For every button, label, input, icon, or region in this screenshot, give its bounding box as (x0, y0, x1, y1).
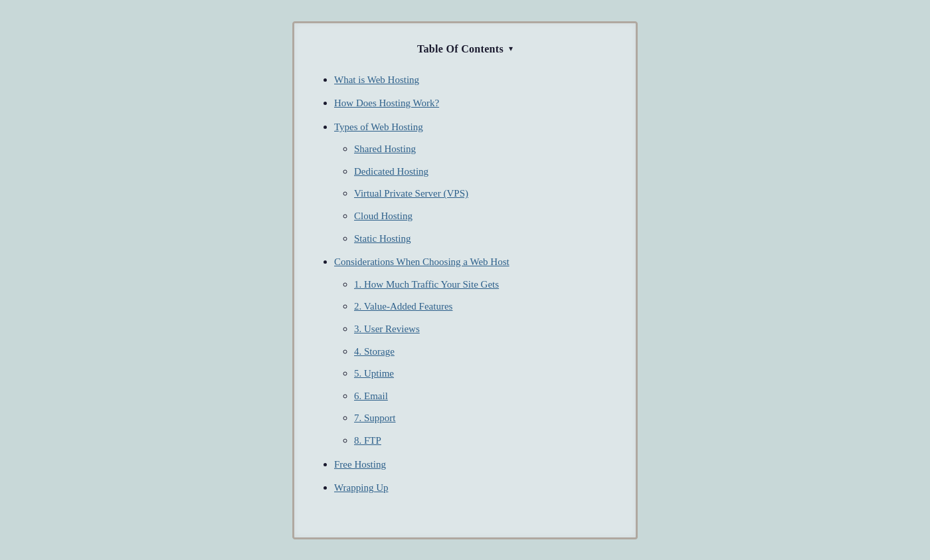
list-item: 1. How Much Traffic Your Site Gets (354, 276, 609, 293)
toc-sublist-types: Shared Hosting Dedicated Hosting Virtual… (334, 140, 609, 246)
list-item: What is Web Hosting (334, 71, 609, 88)
toc-title: Table Of Contents (417, 43, 504, 55)
toc-header: Table Of Contents ▾ (321, 43, 609, 55)
list-item: Virtual Private Server (VPS) (354, 185, 609, 202)
list-item: Cloud Hosting (354, 207, 609, 225)
toc-link-static-hosting[interactable]: Static Hosting (354, 233, 411, 244)
toc-link-wrapping-up[interactable]: Wrapping Up (334, 482, 388, 493)
toc-sublist-considerations: 1. How Much Traffic Your Site Gets 2. Va… (334, 276, 609, 449)
toc-link-vps-hosting[interactable]: Virtual Private Server (VPS) (354, 188, 468, 199)
list-item: 8. FTP (354, 432, 609, 449)
list-item: Types of Web Hosting Shared Hosting Dedi… (334, 118, 609, 247)
toc-link-considerations[interactable]: Considerations When Choosing a Web Host (334, 256, 510, 267)
list-item: 4. Storage (354, 343, 609, 360)
toc-link-uptime[interactable]: 5. Uptime (354, 368, 394, 379)
toc-link-dedicated-hosting[interactable]: Dedicated Hosting (354, 166, 428, 177)
list-item: 5. Uptime (354, 365, 609, 382)
list-item: 3. User Reviews (354, 320, 609, 337)
toc-link-traffic[interactable]: 1. How Much Traffic Your Site Gets (354, 279, 499, 290)
toc-link-types-of-web-hosting[interactable]: Types of Web Hosting (334, 122, 423, 132)
toc-main-list: What is Web Hosting How Does Hosting Wor… (321, 71, 609, 496)
list-item: 2. Value-Added Features (354, 298, 609, 315)
toc-link-free-hosting[interactable]: Free Hosting (334, 459, 386, 470)
list-item: How Does Hosting Work? (334, 94, 609, 112)
list-item: Free Hosting (334, 456, 609, 473)
toc-link-cloud-hosting[interactable]: Cloud Hosting (354, 211, 413, 221)
list-item: Considerations When Choosing a Web Host … (334, 253, 609, 448)
table-of-contents: Table Of Contents ▾ What is Web Hosting … (292, 21, 638, 539)
toc-link-storage[interactable]: 4. Storage (354, 346, 395, 357)
toc-link-email[interactable]: 6. Email (354, 391, 388, 401)
toc-link-support[interactable]: 7. Support (354, 413, 396, 423)
toc-link-shared-hosting[interactable]: Shared Hosting (354, 143, 416, 154)
list-item: 7. Support (354, 409, 609, 426)
toc-link-user-reviews[interactable]: 3. User Reviews (354, 324, 420, 334)
toc-link-what-is-web-hosting[interactable]: What is Web Hosting (334, 74, 419, 85)
list-item: 6. Email (354, 387, 609, 405)
list-item: Wrapping Up (334, 479, 609, 496)
toc-link-value-added[interactable]: 2. Value-Added Features (354, 301, 452, 312)
toc-link-how-does-hosting-work[interactable]: How Does Hosting Work? (334, 98, 439, 108)
toc-link-ftp[interactable]: 8. FTP (354, 435, 381, 446)
list-item: Dedicated Hosting (354, 163, 609, 180)
list-item: Shared Hosting (354, 140, 609, 157)
list-item: Static Hosting (354, 230, 609, 247)
chevron-down-icon[interactable]: ▾ (509, 44, 513, 54)
